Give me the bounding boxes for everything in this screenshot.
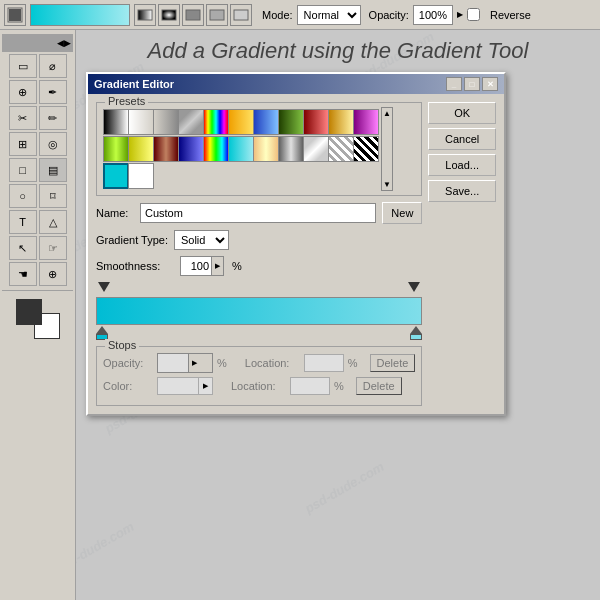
- shape-tool[interactable]: △: [39, 210, 67, 234]
- preset-4[interactable]: [178, 109, 204, 135]
- toolbox-header[interactable]: ◀▶: [2, 34, 73, 52]
- preset-10[interactable]: [328, 109, 354, 135]
- preset-8[interactable]: [278, 109, 304, 135]
- preset-9[interactable]: [303, 109, 329, 135]
- toolbar: Mode: Normal Multiply Screen Opacity: ▶ …: [0, 0, 600, 30]
- dialog-maximize-btn[interactable]: □: [464, 77, 480, 91]
- preset-11[interactable]: [353, 109, 379, 135]
- opacity-location-pct: %: [348, 357, 358, 369]
- save-button[interactable]: Save...: [428, 180, 496, 202]
- brush-tool[interactable]: ✏: [39, 106, 67, 130]
- dialog-left-panel: Presets: [96, 102, 422, 406]
- preset-15[interactable]: [178, 136, 204, 162]
- gradient-tool-icon[interactable]: [4, 4, 26, 26]
- preset-17[interactable]: [228, 136, 254, 162]
- preset-22[interactable]: [353, 136, 379, 162]
- linear-gradient-btn[interactable]: [134, 4, 156, 26]
- reflected-gradient-btn[interactable]: [206, 4, 228, 26]
- preset-2[interactable]: [128, 109, 154, 135]
- gradient-tool[interactable]: ▤: [39, 158, 67, 182]
- notes-tool[interactable]: ☞: [39, 236, 67, 260]
- load-button[interactable]: Load...: [428, 154, 496, 176]
- new-button[interactable]: New: [382, 202, 422, 224]
- smoothness-arrow[interactable]: ▶: [211, 257, 223, 275]
- preset-5[interactable]: [203, 109, 229, 135]
- radial-gradient-btn[interactable]: [158, 4, 180, 26]
- preset-21[interactable]: [328, 136, 354, 162]
- pen-tool[interactable]: ⌑: [39, 184, 67, 208]
- lasso-tool[interactable]: ⌀: [39, 54, 67, 78]
- mode-select[interactable]: Normal Multiply Screen: [297, 5, 361, 25]
- preset-19[interactable]: [278, 136, 304, 162]
- presets-label: Presets: [105, 95, 148, 107]
- diamond-gradient-btn[interactable]: [230, 4, 252, 26]
- eyedropper-tool[interactable]: ✒: [39, 80, 67, 104]
- dialog-close-btn[interactable]: ✕: [482, 77, 498, 91]
- angle-gradient-btn[interactable]: [182, 4, 204, 26]
- preset-16[interactable]: [203, 136, 229, 162]
- preset-3[interactable]: [153, 109, 179, 135]
- scroll-up-arrow[interactable]: ▲: [382, 108, 392, 119]
- gradient-preview-bar[interactable]: [30, 4, 130, 26]
- preset-20[interactable]: [303, 136, 329, 162]
- opacity-stop-input[interactable]: [158, 354, 188, 372]
- color-stop-preview[interactable]: ▶: [157, 377, 213, 395]
- opacity-stop-left[interactable]: [98, 282, 110, 292]
- heal-tool[interactable]: ✂: [9, 106, 37, 130]
- gradient-type-select[interactable]: Solid Noise: [174, 230, 229, 250]
- stops-legend: Stops: [105, 339, 139, 351]
- eraser-tool[interactable]: □: [9, 158, 37, 182]
- cancel-button[interactable]: Cancel: [428, 128, 496, 150]
- color-stop-swatch-right: [410, 334, 422, 340]
- reverse-checkbox[interactable]: [467, 8, 480, 21]
- crop-tool[interactable]: ⊕: [9, 80, 37, 104]
- color-squares[interactable]: [16, 299, 60, 339]
- color-stop-left[interactable]: [96, 326, 108, 340]
- opacity-input[interactable]: [413, 5, 453, 25]
- smoothness-label: Smoothness:: [96, 260, 174, 272]
- foreground-color[interactable]: [16, 299, 42, 325]
- color-location-input[interactable]: [290, 377, 330, 395]
- opacity-stepper-arrow[interactable]: ▶: [188, 354, 200, 372]
- gradient-bar[interactable]: [96, 297, 422, 325]
- dodge-tool[interactable]: ○: [9, 184, 37, 208]
- gradient-type-row: Gradient Type: Solid Noise: [96, 230, 422, 250]
- presets-grid: [101, 107, 379, 191]
- dialog-minimize-btn[interactable]: _: [446, 77, 462, 91]
- reverse-label: Reverse: [490, 9, 531, 21]
- opacity-stop-right[interactable]: [408, 282, 420, 292]
- opacity-stepper-arrow[interactable]: ▶: [457, 10, 463, 19]
- preset-23[interactable]: [103, 163, 129, 189]
- ok-button[interactable]: OK: [428, 102, 496, 124]
- opacity-stop-stepper[interactable]: ▶: [157, 353, 213, 373]
- opacity-delete-button[interactable]: Delete: [370, 354, 416, 372]
- preset-14[interactable]: [153, 136, 179, 162]
- zoom-tool[interactable]: ⊕: [39, 262, 67, 286]
- presets-wrapper: ▲ ▼: [101, 107, 417, 191]
- path-tool[interactable]: ↖: [9, 236, 37, 260]
- stamp-tool[interactable]: ⊞: [9, 132, 37, 156]
- page-area: Add a Gradient using the Gradient Tool G…: [76, 30, 600, 600]
- preset-18[interactable]: [253, 136, 279, 162]
- name-label: Name:: [96, 207, 134, 219]
- opacity-pct: %: [217, 357, 227, 369]
- smoothness-stepper[interactable]: ▶: [180, 256, 224, 276]
- preset-7[interactable]: [253, 109, 279, 135]
- color-delete-button[interactable]: Delete: [356, 377, 402, 395]
- preset-12[interactable]: [103, 136, 129, 162]
- hand-tool[interactable]: ☚: [9, 262, 37, 286]
- preset-1[interactable]: [103, 109, 129, 135]
- opacity-location-input[interactable]: [304, 354, 344, 372]
- preset-24[interactable]: [128, 163, 154, 189]
- color-stop-arrow[interactable]: ▶: [198, 378, 212, 394]
- selection-tool[interactable]: ▭: [9, 54, 37, 78]
- name-input[interactable]: [140, 203, 376, 223]
- scroll-down-arrow[interactable]: ▼: [382, 179, 392, 190]
- preset-6[interactable]: [228, 109, 254, 135]
- smoothness-input[interactable]: [181, 257, 211, 275]
- presets-scrollbar[interactable]: ▲ ▼: [381, 107, 393, 191]
- type-tool[interactable]: T: [9, 210, 37, 234]
- history-tool[interactable]: ◎: [39, 132, 67, 156]
- preset-13[interactable]: [128, 136, 154, 162]
- color-stop-right[interactable]: [410, 326, 422, 340]
